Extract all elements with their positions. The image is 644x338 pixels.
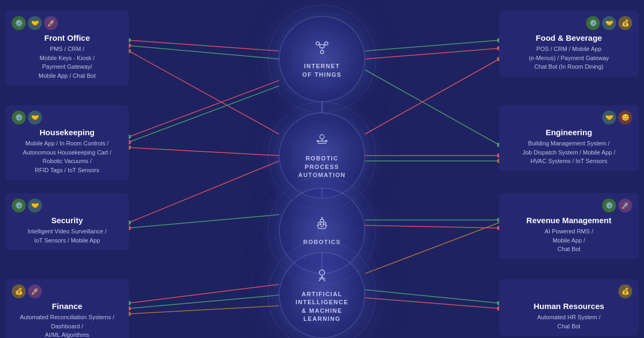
front-office-icons: ⚙️ 🤝 🚀 (12, 16, 122, 30)
svg-point-68 (319, 270, 325, 275)
svg-line-20 (365, 298, 499, 308)
svg-point-47 (316, 42, 319, 45)
node-rpa: ROBOTIC PROCESS AUTOMATION (279, 113, 365, 199)
security-text: Intelligent Video Surveillance / IoT Sen… (12, 227, 122, 245)
svg-point-65 (321, 217, 323, 218)
icon-hand-food: 🤝 (602, 16, 616, 30)
card-revenue: ⚙️ 🚀 Revenue Management AI Powered RMS /… (499, 193, 639, 259)
icon-money-hr: 💰 (618, 284, 632, 298)
svg-line-5 (129, 148, 279, 156)
svg-line-11 (365, 40, 499, 51)
svg-line-18 (365, 225, 499, 228)
svg-rect-46 (320, 45, 324, 48)
card-front-office: ⚙️ 🤝 🚀 Front Office PMS / CRM / Mobile K… (5, 11, 129, 85)
housekeeping-icons: ⚙️ 🤝 (12, 111, 122, 124)
svg-line-12 (365, 48, 499, 59)
icon-hand: 🤝 (28, 199, 42, 212)
svg-point-57 (317, 140, 319, 142)
robot-icon (313, 215, 331, 235)
housekeeping-text: Mobile App / In Room Controls / Autonomo… (12, 139, 122, 174)
svg-line-0 (129, 40, 279, 51)
icon-rocket-rev: 🚀 (618, 199, 632, 212)
security-icons: ⚙️ 🤝 (12, 199, 122, 212)
icon-gear: ⚙️ (12, 16, 26, 30)
svg-line-1 (129, 46, 279, 59)
svg-point-49 (320, 50, 324, 54)
icon-money-food: 💰 (618, 16, 632, 30)
node-iot: INTERNET OF THINGS (279, 16, 365, 102)
front-office-text: PMS / CRM / Mobile Keys - Kiosk / Paymen… (12, 45, 122, 80)
rpa-label: ROBOTIC PROCESS AUTOMATION (298, 155, 346, 179)
revenue-text: AI Powered RMS / Mobile App / Chat Bot (506, 227, 632, 254)
card-food: ⚙️ 🤝 💰 Food & Beverage POS / CRM / Mobil… (499, 11, 639, 77)
food-text: POS / CRM / Mobile App (e-Menus) / Payme… (506, 45, 632, 71)
iot-label: INTERNET OF THINGS (302, 62, 341, 79)
svg-point-61 (319, 223, 321, 225)
icon-rocket: 🚀 (44, 16, 58, 30)
svg-rect-59 (318, 222, 326, 229)
revenue-title: Revenue Management (506, 216, 632, 225)
svg-rect-60 (320, 219, 324, 222)
svg-line-21 (365, 223, 499, 274)
hr-text: Automated HR System / Chat Bot (506, 313, 632, 330)
svg-point-58 (325, 140, 327, 142)
front-office-title: Front Office (12, 33, 122, 42)
svg-line-10 (129, 306, 279, 314)
card-hr: 💰 Human Resources Automated HR System / … (499, 279, 639, 336)
hr-title: Human Resources (506, 302, 632, 311)
svg-point-48 (325, 42, 328, 45)
icon-rocket: 🚀 (28, 284, 42, 298)
svg-point-62 (323, 223, 325, 225)
svg-line-19 (365, 290, 499, 303)
ai-label: ARTIFICIAL INTELLIGENCE & MACHINE LEARNI… (296, 290, 349, 324)
food-title: Food & Beverage (506, 33, 632, 42)
icon-hand: 🤝 (28, 111, 42, 124)
svg-line-4 (129, 86, 279, 142)
svg-line-6 (129, 161, 279, 223)
icon-gear: ⚙️ (12, 111, 26, 124)
card-housekeeping: ⚙️ 🤝 Housekeeping Mobile App / In Room C… (5, 105, 129, 180)
card-engineering: 🤝 😊 Engineering Building Management Syst… (499, 105, 639, 171)
icon-face-eng: 😊 (618, 111, 632, 124)
housekeeping-title: Housekeeping (12, 128, 122, 137)
svg-line-3 (129, 80, 279, 137)
svg-line-8 (129, 284, 279, 303)
svg-line-13 (365, 70, 499, 145)
icon-gear-food: ⚙️ (586, 16, 600, 30)
finance-text: Automated Reconciliation Systems / Dashb… (12, 313, 122, 338)
finance-icons: 💰 🚀 (12, 284, 122, 298)
engineering-title: Engineering (506, 128, 632, 137)
ai-icon (313, 267, 331, 287)
svg-line-9 (129, 295, 279, 308)
icon-gear-rev: ⚙️ (602, 199, 616, 212)
svg-line-2 (129, 51, 279, 134)
icon-money: 💰 (12, 284, 26, 298)
card-security: ⚙️ 🤝 Security Intelligent Video Surveill… (5, 193, 129, 250)
svg-line-14 (365, 59, 499, 134)
svg-line-7 (129, 215, 279, 228)
icon-hand: 🤝 (28, 16, 42, 30)
card-finance: 💰 🚀 Finance Automated Reconciliation Sys… (5, 279, 129, 338)
svg-point-53 (320, 135, 324, 139)
rpa-icon (313, 131, 331, 151)
iot-icon (313, 39, 331, 59)
finance-title: Finance (12, 302, 122, 311)
security-title: Security (12, 216, 122, 225)
engineering-text: Building Management System / Job Dispatc… (506, 139, 632, 166)
robot-label: ROBOTICS (303, 238, 341, 246)
node-ai: ARTIFICIAL INTELLIGENCE & MACHINE LEARNI… (279, 252, 365, 338)
icon-hand-eng: 🤝 (602, 111, 616, 124)
icon-gear: ⚙️ (12, 199, 26, 212)
